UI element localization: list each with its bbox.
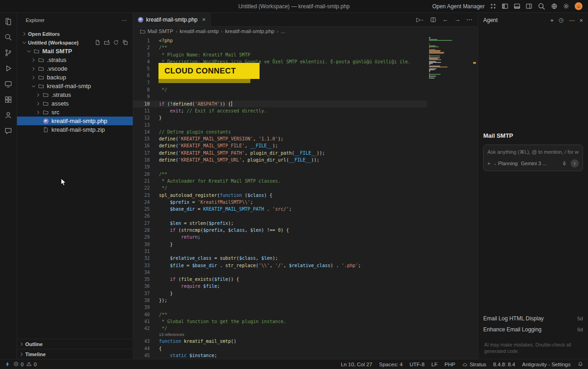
breadcrumb-item[interactable]: ...: [281, 28, 285, 34]
collapse-all-icon[interactable]: [122, 39, 128, 45]
status-item-8-4-8-8-4[interactable]: 8.4.8: 8.4: [493, 362, 515, 367]
tree-item-backup[interactable]: backup: [17, 73, 133, 82]
tree-item-kreatif-mail-smtp-zip[interactable]: kreatif-mail-smtp.zip: [17, 125, 133, 134]
gear-icon[interactable]: [563, 3, 570, 10]
code-line[interactable]: 36 require $file;: [133, 283, 427, 290]
code-line[interactable]: 1<?php: [133, 37, 427, 44]
layout-sidebar-icon[interactable]: [502, 3, 509, 10]
breadcrumb-item[interactable]: kreatif-mail-smtp.php: [225, 28, 274, 34]
bell-icon[interactable]: [577, 361, 583, 367]
send-button[interactable]: ↑: [571, 159, 579, 168]
new-chat-icon[interactable]: +: [550, 17, 554, 24]
new-folder-icon[interactable]: [104, 39, 110, 45]
source-control-icon[interactable]: [3, 48, 13, 57]
layout-right-icon[interactable]: [526, 3, 532, 10]
chat-icon[interactable]: [3, 126, 13, 135]
globe-icon[interactable]: [551, 3, 558, 10]
tree-item--stratus[interactable]: .stratus: [17, 56, 133, 64]
code-line[interactable]: 2/**: [133, 44, 427, 51]
code-line[interactable]: 29 return;: [133, 234, 427, 240]
agent-input[interactable]: [487, 149, 579, 155]
tab-close-icon[interactable]: ×: [202, 16, 206, 23]
sidebar-more-icon[interactable]: ⋯: [122, 17, 127, 23]
code-line[interactable]: 19: [133, 163, 427, 170]
code-line[interactable]: 11 exit; // Exit if accessed directly.: [133, 107, 427, 114]
code-line[interactable]: 45 static $instance;: [133, 352, 427, 359]
status-item-antigravity-settings[interactable]: Antigravity - Settings: [522, 362, 571, 367]
tree-item-open-editors[interactable]: Open Editors: [17, 29, 133, 38]
code-line[interactable]: 16define('KREATIF_MAIL_SMTP_FILE', __FIL…: [133, 142, 427, 149]
status-item-spaces-4[interactable]: Spaces: 4: [379, 362, 402, 367]
code-line[interactable]: 30 }: [133, 241, 427, 248]
attach-button[interactable]: +: [487, 161, 490, 166]
code-line[interactable]: 43function kreatif_mail_smtp(): [133, 338, 427, 345]
status-item-stratus[interactable]: Stratus: [462, 362, 486, 367]
history-icon[interactable]: [558, 17, 564, 23]
code-line[interactable]: 20/**: [133, 171, 427, 178]
tree-item-kreatif-mail-smtp-php[interactable]: Pkreatif-mail-smtp.php: [17, 117, 133, 125]
codelens[interactable]: 13 references: [133, 332, 427, 338]
new-file-icon[interactable]: [95, 39, 101, 45]
code-line[interactable]: 23spl_autoload_register(function ($class…: [133, 192, 427, 199]
sidebar-section-outline[interactable]: Outline: [17, 339, 133, 349]
code-line[interactable]: 38});: [133, 297, 427, 304]
overview-ruler[interactable]: [471, 36, 478, 359]
code-line[interactable]: 37 }: [133, 290, 427, 297]
remote-explorer-icon[interactable]: [3, 79, 13, 89]
code-line[interactable]: 22 */: [133, 184, 427, 191]
code-line[interactable]: 15define('KREATIF_MAIL_SMTP_VERSION', '1…: [133, 135, 427, 142]
status-item-ln-10-col-27[interactable]: Ln 10, Col 27: [341, 362, 372, 367]
code-line[interactable]: 40/**: [133, 311, 427, 318]
code-line[interactable]: 3 * Plugin Name: Kreatif Mail SMTP: [133, 51, 427, 58]
code-line[interactable]: 39: [133, 304, 427, 311]
account-icon[interactable]: [3, 111, 13, 120]
status-item-utf-8[interactable]: UTF-8: [409, 362, 424, 367]
run-button[interactable]: ▷⌄: [416, 16, 424, 23]
agent-more-icon[interactable]: ⋯: [569, 17, 575, 24]
code-line[interactable]: 9: [133, 93, 427, 100]
tree-item--vscode[interactable]: .vscode: [17, 64, 133, 73]
code-line[interactable]: 24 $prefix = 'KreatifMailSMTP\\';: [133, 199, 427, 206]
code-line[interactable]: 44{: [133, 345, 427, 352]
explorer-icon[interactable]: [3, 17, 13, 26]
code-line[interactable]: 12}: [133, 114, 427, 121]
split-editor-icon[interactable]: [430, 17, 436, 23]
problems-warnings[interactable]: 0: [26, 361, 36, 368]
tab-kreatif-mail-smtp-php[interactable]: P kreatif-mail-smtp.php ×: [133, 13, 211, 26]
search-icon[interactable]: [537, 2, 546, 11]
code-line[interactable]: 42 */: [133, 325, 427, 332]
problems-errors[interactable]: 0: [13, 361, 23, 368]
code-line[interactable]: 32 $relative_class = substr($class, $len…: [133, 255, 427, 262]
open-agent-manager-button[interactable]: Open Agent Manager: [432, 3, 485, 10]
breadcrumb-item[interactable]: kreatif-mail-smtp: [180, 28, 219, 34]
tree-item-assets[interactable]: assets: [17, 99, 133, 108]
code-line[interactable]: 26: [133, 212, 427, 219]
avatar[interactable]: ☺: [575, 2, 582, 10]
grid-icon[interactable]: [490, 3, 497, 10]
code-line[interactable]: 33 $file = $base_dir . str_replace('\\',…: [133, 262, 427, 269]
agent-task-item[interactable]: Enhance Email Logging6d: [483, 324, 583, 335]
code-line[interactable]: 18define('KREATIF_MAIL_SMTP_URL', plugin…: [133, 157, 427, 163]
tree-item-src[interactable]: src: [17, 108, 133, 117]
code-line[interactable]: 25 $base_dir = KREATIF_MAIL_SMTP_PATH . …: [133, 206, 427, 212]
agent-task-item[interactable]: Email Log HTML Display5d: [483, 313, 583, 324]
code-line[interactable]: 8 */: [133, 86, 427, 93]
sidebar-section-timeline[interactable]: Timeline: [17, 349, 133, 359]
extensions-icon[interactable]: [3, 95, 13, 104]
code-line[interactable]: 21 * Autoloader for Kreatif Mail SMTP cl…: [133, 178, 427, 184]
code-line[interactable]: 10if (!defined('ABSPATH')) {: [133, 101, 427, 107]
model-dropdown[interactable]: Gemini 3 ...: [521, 161, 547, 166]
code-line[interactable]: 34: [133, 269, 427, 276]
status-item-php[interactable]: PHP: [444, 362, 455, 367]
agent-close-icon[interactable]: ×: [579, 17, 583, 24]
code-line[interactable]: 13: [133, 122, 427, 129]
breadcrumb-item[interactable]: Mail SMTP: [140, 28, 173, 34]
more-actions-icon[interactable]: ⋯: [466, 16, 472, 23]
code-line[interactable]: 17define('KREATIF_MAIL_SMTP_PATH', plugi…: [133, 150, 427, 157]
code-line[interactable]: 35 if (file_exists($file)) {: [133, 276, 427, 283]
mic-icon[interactable]: [561, 161, 567, 167]
tree-item--stratus[interactable]: .stratus: [17, 90, 133, 99]
code-line[interactable]: 27 $len = strlen($prefix);: [133, 220, 427, 227]
code-line[interactable]: 41 * Global function to get the plugin i…: [133, 318, 427, 325]
run-debug-icon[interactable]: [3, 64, 13, 73]
